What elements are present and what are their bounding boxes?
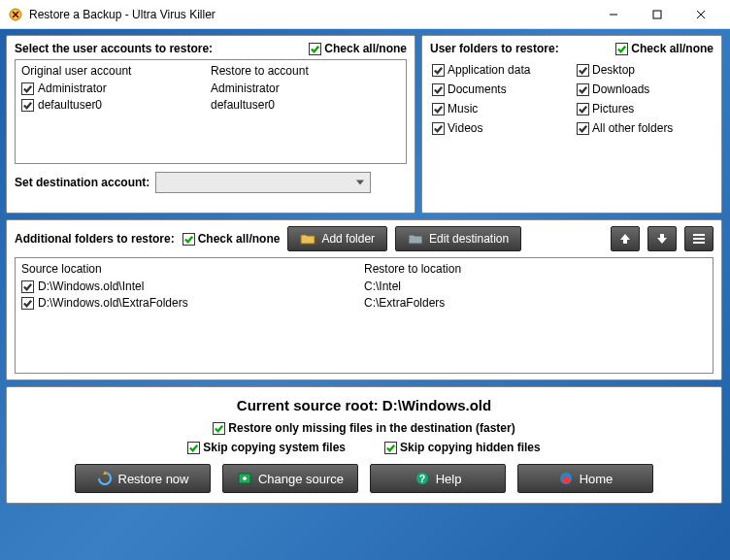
folder-item[interactable]: Downloads <box>577 82 712 96</box>
folder-item[interactable]: Desktop <box>577 63 712 77</box>
opt-restore-missing[interactable]: Restore only missing files in the destin… <box>213 421 514 435</box>
additional-panel: Additional folders to restore: Check all… <box>6 219 722 380</box>
list-item: C:\ExtraFolders <box>364 296 707 310</box>
userfolders-check-all[interactable]: Check all/none <box>615 42 713 55</box>
accounts-list: Original user account Administrator defa… <box>15 59 407 164</box>
menu-icon <box>691 231 707 247</box>
bottom-panel: Current source root: D:\Windows.old Rest… <box>6 386 722 504</box>
additional-col1-header: Source location <box>21 262 364 276</box>
menu-button[interactable] <box>684 226 713 251</box>
close-button[interactable] <box>679 1 722 28</box>
dest-account-select[interactable] <box>155 172 371 193</box>
change-source-icon <box>237 471 252 486</box>
additional-col2-header: Restore to location <box>364 262 707 276</box>
move-down-button[interactable] <box>647 226 677 251</box>
list-item: Administrator <box>211 82 400 95</box>
accounts-check-all[interactable]: Check all/none <box>309 42 407 55</box>
accounts-header: Select the user accounts to restore: <box>15 42 213 55</box>
opt-skip-system[interactable]: Skip copying system files <box>187 441 346 454</box>
list-item[interactable]: defaultuser0 <box>21 98 211 112</box>
edit-icon <box>408 231 423 247</box>
current-source-root: Current source root: D:\Windows.old <box>17 397 712 413</box>
home-button[interactable]: Home <box>517 464 653 493</box>
list-item[interactable]: D:\Windows.old\ExtraFolders <box>21 296 364 310</box>
svg-text:?: ? <box>419 474 425 484</box>
app-icon <box>8 7 23 22</box>
folder-item[interactable]: All other folders <box>577 121 712 135</box>
additional-header: Additional folders to restore: <box>15 232 175 246</box>
home-icon <box>558 471 574 486</box>
folder-icon <box>300 231 315 247</box>
folder-item[interactable]: Pictures <box>577 102 712 115</box>
svg-rect-2 <box>653 11 661 18</box>
minimize-button[interactable] <box>591 1 635 28</box>
help-button[interactable]: ? Help <box>370 464 506 493</box>
folder-item[interactable]: Videos <box>432 121 567 135</box>
userfolders-header: User folders to restore: <box>430 42 559 55</box>
arrow-down-icon <box>654 231 670 247</box>
list-item: defaultuser0 <box>211 98 400 112</box>
accounts-panel: Select the user accounts to restore: Che… <box>6 35 415 214</box>
change-source-button[interactable]: Change source <box>222 464 358 493</box>
folder-item[interactable]: Documents <box>432 82 567 96</box>
restore-now-button[interactable]: Restore now <box>75 464 211 493</box>
list-item: C:\Intel <box>364 280 707 293</box>
list-item[interactable]: Administrator <box>21 82 211 95</box>
add-folder-button[interactable]: Add folder <box>287 226 387 251</box>
accounts-col2-header: Restore to account <box>211 64 400 78</box>
help-icon: ? <box>415 471 430 486</box>
opt-skip-hidden[interactable]: Skip copying hidden files <box>384 441 541 454</box>
list-item[interactable]: D:\Windows.old\Intel <box>21 280 364 293</box>
arrow-up-icon <box>617 231 633 247</box>
accounts-col1-header: Original user account <box>21 64 211 78</box>
folder-item[interactable]: Music <box>432 102 567 115</box>
edit-destination-button[interactable]: Edit destination <box>395 226 521 251</box>
dest-account-label: Set destination account: <box>15 176 149 189</box>
maximize-button[interactable] <box>635 1 679 28</box>
titlebar: Restore a Backup - Ultra Virus Killer <box>0 0 730 29</box>
folder-item[interactable]: Application data <box>432 63 567 77</box>
move-up-button[interactable] <box>611 226 640 251</box>
restore-icon <box>97 471 113 486</box>
window-title: Restore a Backup - Ultra Virus Killer <box>29 8 591 21</box>
additional-check-all[interactable]: Check all/none <box>182 232 281 246</box>
userfolders-panel: User folders to restore: Check all/none … <box>421 35 722 214</box>
